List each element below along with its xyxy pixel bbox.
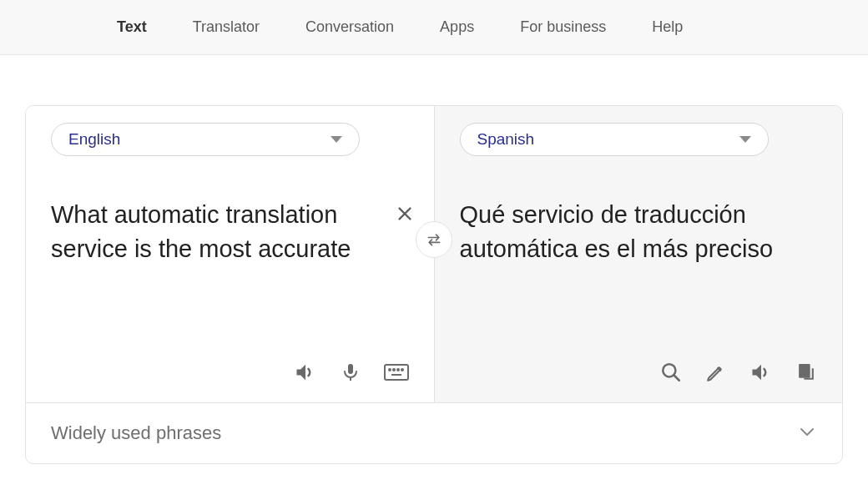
- search-button[interactable]: [660, 361, 682, 383]
- panels: English What automatic translation servi…: [26, 106, 842, 402]
- clear-button[interactable]: [396, 198, 414, 232]
- svg-point-5: [389, 369, 391, 371]
- tab-translator[interactable]: Translator: [193, 18, 260, 36]
- widely-used-phrases-label: Widely used phrases: [51, 422, 221, 444]
- source-language-label: English: [68, 130, 120, 149]
- chevron-down-icon: [797, 422, 817, 445]
- listen-button[interactable]: [294, 361, 317, 384]
- source-panel: English What automatic translation servi…: [26, 106, 434, 402]
- svg-point-8: [401, 369, 403, 371]
- search-icon: [660, 361, 682, 383]
- widely-used-phrases-row[interactable]: Widely used phrases: [26, 402, 842, 463]
- target-panel: Spanish Qué servicio de traducción autom…: [434, 106, 843, 402]
- copy-button[interactable]: [796, 361, 817, 384]
- swap-languages-button[interactable]: [416, 221, 452, 258]
- close-icon: [396, 205, 414, 223]
- microphone-icon: [341, 361, 361, 384]
- tab-conversation[interactable]: Conversation: [305, 18, 394, 36]
- svg-line-13: [674, 375, 679, 381]
- tab-apps[interactable]: Apps: [440, 18, 474, 36]
- pencil-icon: [705, 362, 726, 383]
- swap-icon: [426, 231, 442, 248]
- chevron-down-icon: [739, 136, 751, 143]
- tab-for-business[interactable]: For business: [520, 18, 606, 36]
- source-toolbar: [51, 357, 409, 387]
- svg-rect-4: [385, 365, 408, 380]
- svg-rect-15: [799, 364, 810, 378]
- target-toolbar: [460, 357, 818, 387]
- svg-rect-2: [348, 364, 353, 374]
- listen-target-button[interactable]: [749, 361, 773, 384]
- chevron-down-icon: [331, 136, 342, 143]
- speaker-icon: [294, 361, 317, 384]
- target-language-label: Spanish: [477, 130, 535, 149]
- keyboard-button[interactable]: [384, 362, 409, 382]
- keyboard-icon: [384, 362, 409, 382]
- source-language-select[interactable]: English: [51, 123, 360, 156]
- svg-point-7: [397, 369, 399, 371]
- tab-help[interactable]: Help: [652, 18, 683, 36]
- target-text-area: Qué servicio de traducción automática es…: [460, 198, 818, 349]
- edit-button[interactable]: [705, 362, 726, 383]
- microphone-button[interactable]: [341, 361, 361, 384]
- svg-point-6: [393, 369, 395, 371]
- top-nav: Text Translator Conversation Apps For bu…: [0, 0, 868, 55]
- speaker-icon: [749, 361, 773, 384]
- copy-icon: [796, 361, 817, 384]
- target-text: Qué servicio de traducción automática es…: [460, 201, 774, 262]
- source-text-area[interactable]: What automatic translation service is th…: [51, 198, 409, 349]
- source-text: What automatic translation service is th…: [51, 201, 351, 262]
- target-language-select[interactable]: Spanish: [460, 123, 769, 156]
- tab-text[interactable]: Text: [117, 18, 147, 36]
- translator-card: English What automatic translation servi…: [25, 105, 843, 464]
